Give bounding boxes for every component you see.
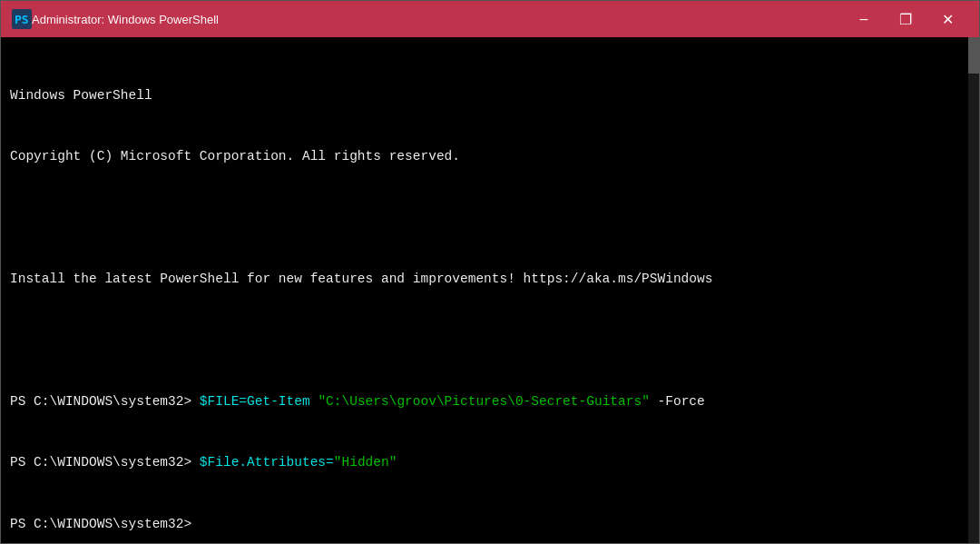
- terminal-output: Windows PowerShell Copyright (C) Microso…: [10, 45, 970, 543]
- terminal-body[interactable]: Windows PowerShell Copyright (C) Microso…: [1, 37, 979, 543]
- cmd1-string: "C:\Users\groov\Pictures\0-Secret-Guitar…: [318, 394, 649, 409]
- command-line-2: PS C:\WINDOWS\system32> $File.Attributes…: [10, 452, 970, 472]
- titlebar: PS Administrator: Windows PowerShell – ❐…: [1, 1, 979, 37]
- prompt-2: PS C:\WINDOWS\system32>: [10, 455, 200, 470]
- window-title: Administrator: Windows PowerShell: [32, 13, 843, 26]
- prompt-1: PS C:\WINDOWS\system32>: [10, 394, 200, 409]
- cmd1-variable: $FILE=Get-Item: [200, 394, 318, 409]
- command-line-3: PS C:\WINDOWS\system32>: [10, 514, 970, 534]
- maximize-button[interactable]: ❐: [885, 1, 926, 37]
- powershell-window: PS Administrator: Windows PowerShell – ❐…: [0, 0, 980, 544]
- output-line-3: [10, 208, 970, 228]
- scrollbar[interactable]: [968, 37, 979, 543]
- powershell-icon: PS: [12, 9, 32, 29]
- output-line-1: Windows PowerShell: [10, 85, 970, 105]
- close-button[interactable]: ✕: [926, 1, 968, 37]
- cmd2-string: "Hidden": [334, 455, 397, 470]
- minimize-button[interactable]: –: [843, 1, 885, 37]
- window-controls: – ❐ ✕: [843, 1, 968, 37]
- output-line-2: Copyright (C) Microsoft Corporation. All…: [10, 146, 970, 166]
- cmd2-variable: $File.Attributes=: [200, 455, 334, 470]
- command-line-1: PS C:\WINDOWS\system32> $FILE=Get-Item "…: [10, 391, 970, 411]
- output-line-5: [10, 331, 970, 351]
- svg-text:PS: PS: [15, 13, 29, 26]
- output-line-4: Install the latest PowerShell for new fe…: [10, 269, 970, 289]
- cmd1-flag: -Force: [650, 394, 705, 409]
- scrollbar-thumb[interactable]: [968, 37, 979, 74]
- prompt-3: PS C:\WINDOWS\system32>: [10, 517, 200, 531]
